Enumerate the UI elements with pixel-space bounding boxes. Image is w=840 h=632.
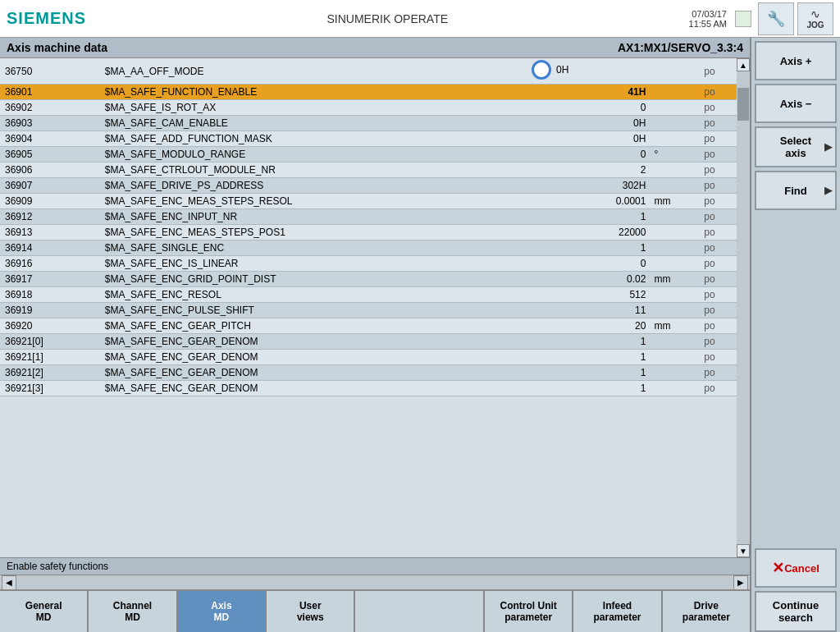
table-row[interactable]: 36920 $MA_SAFE_ENC_GEAR_PITCH 20 mm po <box>0 318 737 334</box>
table-row[interactable]: 36913 $MA_SAFE_ENC_MEAS_STEPS_POS1 22000… <box>0 225 737 240</box>
row-unit <box>649 225 699 240</box>
row-name: $MA_SAFE_ENC_INPUT_NR <box>100 209 450 225</box>
row-po: po <box>699 100 737 116</box>
select-axis-button[interactable]: Select axis <box>755 126 837 167</box>
tab-drive[interactable]: Driveparameter <box>663 591 750 632</box>
axis-plus-label: Axis + <box>780 55 812 67</box>
value-cell: 0H <box>450 58 650 85</box>
row-po: po <box>699 287 737 303</box>
row-unit <box>649 240 699 256</box>
value-cell: 1 <box>450 334 650 350</box>
table-row[interactable]: 36901 $MA_SAFE_FUNCTION_ENABLE 41H po <box>0 85 737 100</box>
row-name: $MA_SAFE_ENC_GEAR_DENOM <box>100 350 450 365</box>
select-axis-label: Select axis <box>780 135 811 159</box>
status-square-icon <box>735 11 751 27</box>
axis-plus-button[interactable]: Axis + <box>755 41 837 80</box>
row-number: 36901 <box>0 85 100 100</box>
scroll-down-btn[interactable]: ▼ <box>737 544 750 557</box>
row-number: 36919 <box>0 303 100 318</box>
wrench-icon-btn[interactable]: 🔧 <box>758 2 794 35</box>
scroll-thumb[interactable] <box>737 88 749 121</box>
table-row[interactable]: 36921[0] $MA_SAFE_ENC_GEAR_DENOM 1 po <box>0 334 737 350</box>
row-unit <box>649 287 699 303</box>
find-button[interactable]: Find <box>755 171 837 210</box>
row-unit <box>649 209 699 225</box>
value-cell: 0.0001 <box>450 194 650 209</box>
axis-minus-button[interactable]: Axis − <box>755 84 837 123</box>
tab-channel-md-label: ChannelMD <box>113 600 152 624</box>
tab-control-unit[interactable]: Control Unitparameter <box>485 591 573 632</box>
value-cell: 512 <box>450 287 650 303</box>
continue-search-button[interactable]: Continue search <box>755 591 837 632</box>
row-number: 36917 <box>0 272 100 287</box>
tab-axis-md[interactable]: AxisMD <box>178 591 267 632</box>
cancel-button[interactable]: ✕ Cancel <box>755 548 837 588</box>
row-name: $MA_SAFE_FUNCTION_ENABLE <box>100 85 450 100</box>
table-row[interactable]: 36921[1] $MA_SAFE_ENC_GEAR_DENOM 1 po <box>0 350 737 365</box>
jog-icon-btn[interactable]: ∿ JOG <box>797 2 833 35</box>
row-number: 36905 <box>0 147 100 163</box>
table-row[interactable]: 36902 $MA_SAFE_IS_ROT_AX 0 po <box>0 100 737 116</box>
vertical-scrollbar[interactable]: ▲ ▼ <box>737 58 750 557</box>
scroll-track[interactable] <box>737 71 750 544</box>
row-number: 36902 <box>0 100 100 116</box>
table-row[interactable]: 36750 $MA_AA_OFF_MODE 0H po <box>0 58 737 85</box>
table-row[interactable]: 36918 $MA_SAFE_ENC_RESOL 512 po <box>0 287 737 303</box>
tab-user-views[interactable]: Userviews <box>267 591 355 632</box>
row-name: $MA_SAFE_ENC_PULSE_SHIFT <box>100 303 450 318</box>
row-number: 36750 <box>0 58 100 85</box>
value-cell: 20 <box>450 318 650 334</box>
row-number: 36913 <box>0 225 100 240</box>
row-unit <box>649 100 699 116</box>
table-row[interactable]: 36906 $MA_SAFE_CTRLOUT_MODULE_NR 2 po <box>0 163 737 178</box>
table-row[interactable]: 36919 $MA_SAFE_ENC_PULSE_SHIFT 11 po <box>0 303 737 318</box>
table-row[interactable]: 36917 $MA_SAFE_ENC_GRID_POINT_DIST 0.02 … <box>0 272 737 287</box>
table-row[interactable]: 36903 $MA_SAFE_CAM_ENABLE 0H po <box>0 116 737 131</box>
row-po: po <box>699 131 737 147</box>
table-row[interactable]: 36907 $MA_SAFE_DRIVE_PS_ADDRESS 302H po <box>0 178 737 194</box>
row-po: po <box>699 256 737 272</box>
value-cell: 1 <box>450 240 650 256</box>
row-po: po <box>699 58 737 85</box>
value-cell: 1 <box>450 381 650 396</box>
content-area: Axis machine data AX1:MX1/SERVO_3.3:4 36… <box>0 38 750 632</box>
horizontal-scrollbar[interactable]: ◀ ▶ <box>0 575 750 589</box>
data-table: 36750 $MA_AA_OFF_MODE 0H po 36901 $MA_SA… <box>0 58 737 396</box>
scroll-left-btn[interactable]: ◀ <box>2 575 16 590</box>
tab-infeed[interactable]: Infeedparameter <box>573 591 662 632</box>
table-row[interactable]: 36905 $MA_SAFE_MODULO_RANGE 0 ° po <box>0 147 737 163</box>
scroll-right-btn[interactable]: ▶ <box>733 575 748 590</box>
tab-infeed-label: Infeedparameter <box>593 600 641 624</box>
row-name: $MA_SAFE_ENC_GEAR_DENOM <box>100 334 450 350</box>
row-name: $MA_SAFE_ENC_GEAR_DENOM <box>100 381 450 396</box>
tab-drive-label: Driveparameter <box>682 600 730 624</box>
status-bar: Enable safety functions <box>0 557 750 575</box>
row-name: $MA_SAFE_ENC_IS_LINEAR <box>100 256 450 272</box>
table-row[interactable]: 36909 $MA_SAFE_ENC_MEAS_STEPS_RESOL 0.00… <box>0 194 737 209</box>
row-number: 36912 <box>0 209 100 225</box>
table-row[interactable]: 36914 $MA_SAFE_SINGLE_ENC 1 po <box>0 240 737 256</box>
table-row[interactable]: 36904 $MA_SAFE_ADD_FUNCTION_MASK 0H po <box>0 131 737 147</box>
tab-channel-md[interactable]: ChannelMD <box>89 591 177 632</box>
scroll-up-btn[interactable]: ▲ <box>737 58 750 71</box>
row-name: $MA_SAFE_MODULO_RANGE <box>100 147 450 163</box>
bottom-tabs: GeneralMD ChannelMD AxisMD Userviews Con… <box>0 589 750 632</box>
row-name: $MA_SAFE_ENC_GEAR_PITCH <box>100 318 450 334</box>
row-po: po <box>699 225 737 240</box>
tab-general-md[interactable]: GeneralMD <box>0 591 89 632</box>
table-title: Axis machine data <box>7 41 107 54</box>
row-po: po <box>699 318 737 334</box>
row-number: 36914 <box>0 240 100 256</box>
row-number: 36921[2] <box>0 365 100 381</box>
value-cell: 0H <box>450 116 650 131</box>
continue-search-label: Continue search <box>773 599 819 624</box>
table-row[interactable]: 36916 $MA_SAFE_ENC_IS_LINEAR 0 po <box>0 256 737 272</box>
table-row[interactable]: 36921[3] $MA_SAFE_ENC_GEAR_DENOM 1 po <box>0 381 737 396</box>
app-title: SINUMERIK OPERATE <box>327 12 449 25</box>
row-unit: mm <box>649 194 699 209</box>
status-text: Enable safety functions <box>7 561 108 572</box>
table-row[interactable]: 36912 $MA_SAFE_ENC_INPUT_NR 1 po <box>0 209 737 225</box>
h-scroll-track[interactable] <box>16 577 733 588</box>
table-row[interactable]: 36921[2] $MA_SAFE_ENC_GEAR_DENOM 1 po <box>0 365 737 381</box>
row-number: 36920 <box>0 318 100 334</box>
